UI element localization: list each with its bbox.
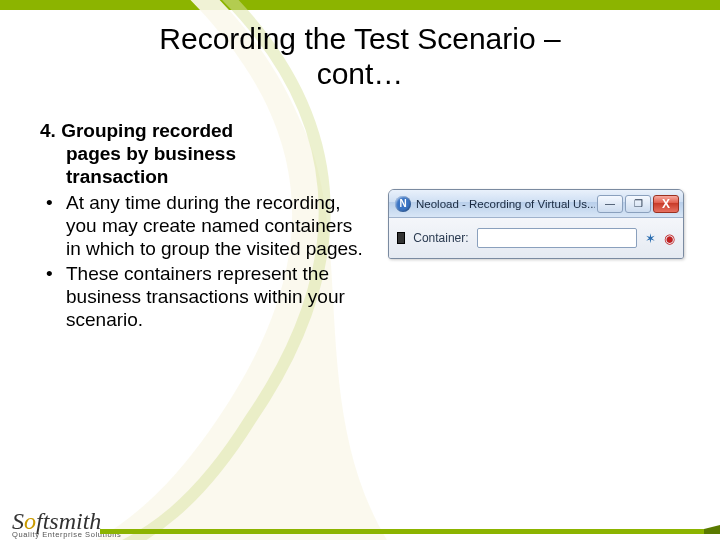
heading-line-2: pages by business xyxy=(40,142,370,165)
title-line-1: Recording the Test Scenario – xyxy=(159,22,560,55)
content-area: 4. Grouping recorded pages by business t… xyxy=(0,91,720,334)
container-input[interactable] xyxy=(477,228,637,248)
bullet-list: At any time during the recording, you ma… xyxy=(40,191,370,332)
section-heading: 4. Grouping recorded pages by business t… xyxy=(40,119,370,189)
image-column: N Neoload - Recording of Virtual Us... —… xyxy=(388,119,684,334)
bullet-item: At any time during the recording, you ma… xyxy=(40,191,370,261)
window-titlebar: N Neoload - Recording of Virtual Us... —… xyxy=(389,190,683,218)
title-line-2: cont… xyxy=(317,57,404,90)
top-accent-bar xyxy=(0,0,720,10)
snapshot-icon[interactable]: ✶ xyxy=(645,229,656,247)
app-icon-letter: N xyxy=(399,198,406,209)
footer-accent-bar xyxy=(100,529,720,534)
footer: Softsmith Quality Enterprise Solutions xyxy=(0,492,720,540)
bullet-item: These containers represent the business … xyxy=(40,262,370,332)
text-column: 4. Grouping recorded pages by business t… xyxy=(40,119,370,334)
maximize-button[interactable]: ❐ xyxy=(625,195,651,213)
window-toolbar: Container: ✶ ◉ xyxy=(389,218,683,258)
window-title: Neoload - Recording of Virtual Us... xyxy=(416,198,595,210)
section-number: 4. xyxy=(40,120,61,141)
app-icon: N xyxy=(395,196,411,212)
heading-line-3: transaction xyxy=(40,165,370,188)
heading-line-1: Grouping recorded xyxy=(61,120,233,141)
record-icon[interactable]: ◉ xyxy=(664,229,675,247)
container-label: Container: xyxy=(413,231,468,245)
minimize-button[interactable]: — xyxy=(597,195,623,213)
slide-title: Recording the Test Scenario – cont… xyxy=(0,22,720,91)
stop-icon[interactable] xyxy=(397,232,405,244)
close-button[interactable]: X xyxy=(653,195,679,213)
recorder-window: N Neoload - Recording of Virtual Us... —… xyxy=(388,189,684,259)
